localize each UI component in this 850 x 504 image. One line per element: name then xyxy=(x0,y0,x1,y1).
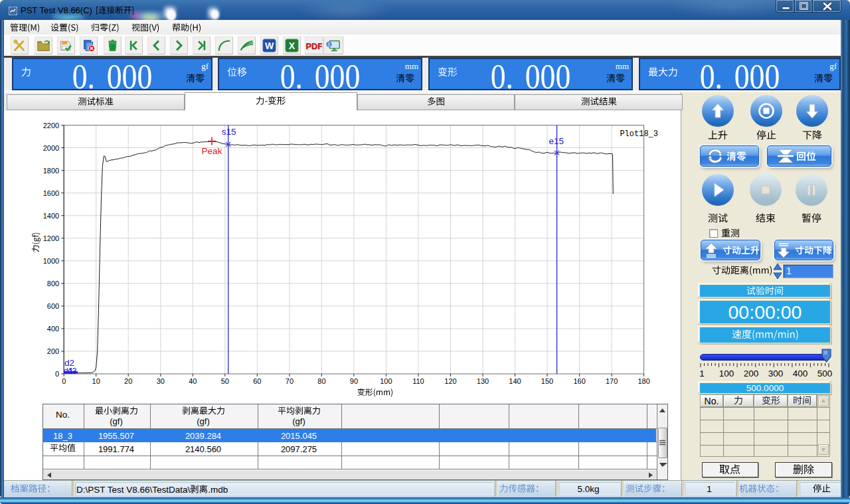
svg-text:600: 600 xyxy=(47,302,59,310)
svg-text:80: 80 xyxy=(317,377,325,385)
svg-text:40: 40 xyxy=(189,377,197,385)
svg-text:s15: s15 xyxy=(222,127,236,137)
svg-text:e15: e15 xyxy=(549,136,564,146)
svg-text:20: 20 xyxy=(124,377,132,385)
svg-text:160: 160 xyxy=(573,377,585,385)
svg-text:140: 140 xyxy=(509,377,521,385)
svg-text:2000: 2000 xyxy=(43,144,59,152)
svg-text:Peak: Peak xyxy=(202,146,222,156)
svg-text:200: 200 xyxy=(47,347,59,355)
svg-text:0: 0 xyxy=(55,370,59,378)
svg-text:1600: 1600 xyxy=(43,189,59,197)
svg-text:W: W xyxy=(265,41,274,51)
svg-text:400: 400 xyxy=(47,325,59,333)
svg-text:100: 100 xyxy=(380,377,392,385)
svg-text:Plot18_3: Plot18_3 xyxy=(620,129,658,139)
svg-text:130: 130 xyxy=(477,377,489,385)
svg-text:PDF: PDF xyxy=(306,41,322,51)
svg-text:60: 60 xyxy=(253,377,261,385)
svg-text:1200: 1200 xyxy=(43,234,59,242)
svg-text:1000: 1000 xyxy=(43,257,59,265)
svg-text:0: 0 xyxy=(62,377,66,385)
svg-text:1400: 1400 xyxy=(43,212,59,220)
svg-text:50: 50 xyxy=(221,377,229,385)
svg-text:180: 180 xyxy=(638,377,649,385)
svg-text:110: 110 xyxy=(412,377,424,385)
svg-text:90: 90 xyxy=(350,377,358,385)
svg-text:X: X xyxy=(289,41,296,51)
svg-text:2200: 2200 xyxy=(43,122,59,129)
svg-text:10: 10 xyxy=(92,377,100,385)
svg-text:120: 120 xyxy=(444,377,456,385)
svg-text:150: 150 xyxy=(541,377,553,385)
svg-text:800: 800 xyxy=(47,280,59,288)
svg-text:30: 30 xyxy=(157,377,165,385)
svg-text:1800: 1800 xyxy=(43,167,59,175)
svg-text:170: 170 xyxy=(606,377,618,385)
svg-text:8: 8 xyxy=(327,41,331,48)
svg-text:70: 70 xyxy=(286,377,294,385)
